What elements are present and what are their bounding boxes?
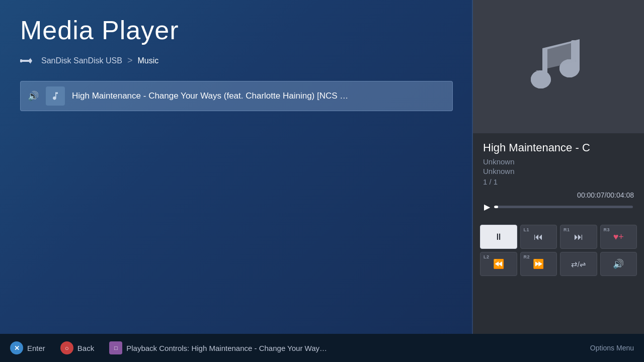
fastforward-label: R2 (524, 254, 530, 259)
track-title-right: High Maintenance - C (483, 141, 634, 154)
circle-button[interactable]: ○ (60, 341, 73, 354)
breadcrumb-folder: Music (137, 56, 158, 65)
track-music-icon (46, 86, 65, 106)
volume-icon: 🔊 (28, 90, 39, 102)
next-button[interactable]: R1 ⏭ (560, 225, 597, 249)
enter-label: Enter (27, 344, 45, 352)
svg-rect-4 (542, 48, 547, 73)
repeat-button[interactable]: ⇄/⇌ (560, 252, 597, 276)
rewind-button[interactable]: L2 ⏪ (480, 252, 517, 276)
favorite-label: R3 (604, 227, 610, 232)
progress-bar-container: ▶ (483, 202, 634, 212)
breadcrumb: SanDisk SanDisk USB > Music (20, 55, 453, 66)
track-album: Unknown (483, 167, 634, 175)
music-note-large-icon (528, 34, 589, 100)
track-info: High Maintenance - C Unknown Unknown 1 /… (473, 133, 644, 225)
svg-rect-3 (20, 59, 22, 62)
favorite-button[interactable]: R3 ♥+ (600, 225, 637, 249)
bottom-bar: ✕ Enter ○ Back □ Playback Controls: High… (0, 334, 644, 362)
usb-icon (20, 56, 34, 66)
options-hint: Options Menu (590, 344, 634, 352)
right-panel: High Maintenance - C Unknown Unknown 1 /… (473, 0, 644, 334)
prev-button[interactable]: L1 ⏮ (520, 225, 557, 249)
prev-icon: ⏮ (534, 232, 543, 241)
enter-action[interactable]: ✕ Enter (10, 341, 45, 354)
time-display: 00:00:07/00:04:08 (483, 191, 634, 199)
volume-icon: 🔊 (613, 259, 624, 268)
svg-rect-1 (29, 59, 30, 63)
rewind-icon: ⏪ (493, 259, 504, 268)
pause-icon: ⏸ (494, 232, 503, 241)
breadcrumb-separator: > (127, 55, 133, 66)
square-button[interactable]: □ (109, 341, 122, 354)
page-title: Media Player (20, 15, 453, 45)
track-list: 🔊 High Maintenance - Change Your Ways (f… (20, 81, 453, 111)
prev-label: L1 (524, 227, 530, 232)
back-label: Back (77, 344, 94, 352)
track-count: 1 / 1 (483, 177, 634, 186)
svg-rect-0 (21, 60, 30, 62)
track-name: High Maintenance - Change Your Ways (fea… (72, 91, 354, 101)
options-label: Options Menu (590, 344, 634, 352)
breadcrumb-device: SanDisk SanDisk USB (41, 56, 122, 65)
playback-action[interactable]: □ Playback Controls: High Maintenance - … (109, 341, 328, 354)
heart-plus-icon: ♥+ (613, 232, 624, 241)
album-art (473, 0, 644, 133)
svg-marker-2 (30, 58, 32, 64)
fastforward-icon: ⏩ (533, 259, 544, 268)
playback-label: Playback Controls: High Maintenance - Ch… (126, 344, 328, 352)
pause-button[interactable]: ⏸ (480, 225, 517, 249)
fastforward-button[interactable]: R2 ⏩ (520, 252, 557, 276)
track-item[interactable]: 🔊 High Maintenance - Change Your Ways (f… (20, 81, 453, 111)
rewind-label: L2 (484, 254, 490, 259)
play-indicator-icon: ▶ (484, 202, 490, 212)
volume-button[interactable]: 🔊 (600, 252, 637, 276)
controls-grid: ⏸ L1 ⏮ R1 ⏭ R3 ♥+ L2 ⏪ (473, 225, 644, 283)
repeat-icon: ⇄/⇌ (571, 260, 586, 268)
next-icon: ⏭ (574, 232, 583, 241)
next-label: R1 (564, 227, 570, 232)
back-action[interactable]: ○ Back (60, 341, 94, 354)
progress-bar-track[interactable] (494, 206, 633, 208)
progress-bar-fill (494, 206, 498, 208)
cross-button[interactable]: ✕ (10, 341, 23, 354)
left-panel: Media Player SanDisk SanDisk USB > Music… (0, 0, 473, 334)
track-artist: Unknown (483, 157, 634, 166)
